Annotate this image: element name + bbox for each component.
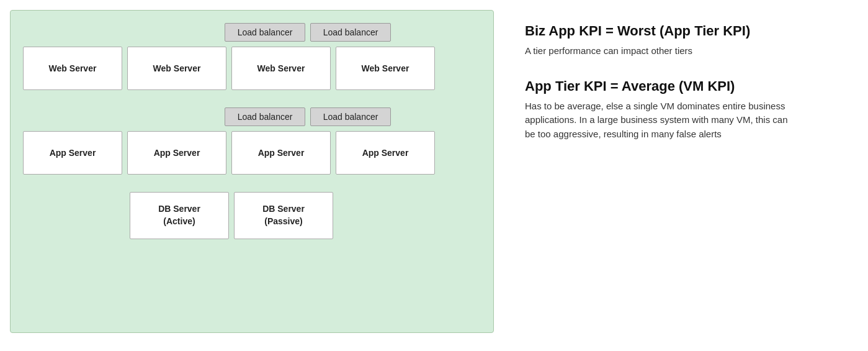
db-server-passive: DB Server(Passive) xyxy=(234,192,333,239)
web-server-row: Web Server Web Server Web Server Web Ser… xyxy=(23,47,481,90)
top-load-balancer-1: Load balancer xyxy=(225,23,305,42)
app-server-2: App Server xyxy=(127,131,226,175)
mid-load-balancer-1: Load balancer xyxy=(225,107,305,126)
biz-app-kpi-title: Biz App KPI = Worst (App Tier KPI) xyxy=(525,22,852,40)
app-tier-kpi-desc: Has to be average, else a single VM domi… xyxy=(525,99,792,142)
app-tier-kpi-title: App Tier KPI = Average (VM KPI) xyxy=(525,78,852,96)
mid-lb-row: Load balancer Load balancer xyxy=(135,107,481,126)
main-container: Load balancer Load balancer Web Server W… xyxy=(10,10,858,341)
web-server-3: Web Server xyxy=(231,47,331,90)
info-panel: Biz App KPI = Worst (App Tier KPI) A tie… xyxy=(519,10,858,153)
info-block-biz: Biz App KPI = Worst (App Tier KPI) A tie… xyxy=(525,22,852,58)
biz-app-kpi-desc: A tier performance can impact other tier… xyxy=(525,44,792,58)
web-server-1: Web Server xyxy=(23,47,122,90)
app-server-4: App Server xyxy=(336,131,435,175)
web-server-4: Web Server xyxy=(336,47,435,90)
web-server-2: Web Server xyxy=(127,47,226,90)
app-server-1: App Server xyxy=(23,131,122,175)
db-server-row: DB Server(Active) DB Server(Passive) xyxy=(130,192,481,239)
diagram-area: Load balancer Load balancer Web Server W… xyxy=(10,10,494,333)
info-block-app: App Tier KPI = Average (VM KPI) Has to b… xyxy=(525,78,852,141)
top-lb-row: Load balancer Load balancer xyxy=(135,23,481,42)
top-load-balancer-2: Load balancer xyxy=(310,23,391,42)
app-server-row: App Server App Server App Server App Ser… xyxy=(23,131,481,175)
app-server-3: App Server xyxy=(231,131,331,175)
db-server-active: DB Server(Active) xyxy=(130,192,229,239)
mid-load-balancer-2: Load balancer xyxy=(310,107,391,126)
